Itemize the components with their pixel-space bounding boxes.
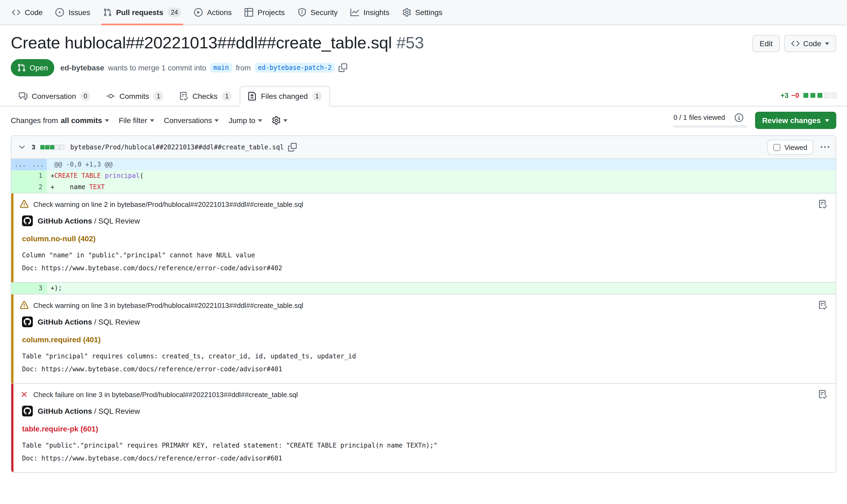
tab-conversation[interactable]: Conversation 0 <box>11 86 98 106</box>
file-header: 3 bytebase/Prod/hublocal##20221013##ddl#… <box>11 136 836 159</box>
nav-item-issues[interactable]: Issues <box>50 0 96 25</box>
review-changes-button[interactable]: Review changes <box>755 112 836 129</box>
code-icon <box>12 8 20 17</box>
tab-files-changed[interactable]: Files changed 1 <box>240 86 330 106</box>
jump-to-dropdown[interactable]: Jump to <box>229 116 263 125</box>
check-message: Table "principal" requires columns: crea… <box>22 352 827 362</box>
nav-label: Insights <box>364 8 390 17</box>
status-badge-label: Open <box>30 64 48 72</box>
chevron-down-icon <box>215 119 219 122</box>
nav-item-pull-requests[interactable]: Pull requests 24 <box>98 0 187 25</box>
expand-hunk-marker: ... <box>29 159 47 170</box>
chevron-down-icon <box>258 119 262 122</box>
check-annotation-warning-line-3: Check warning on line 3 in bytebase/Prod… <box>11 294 836 383</box>
annotation-header-text: Check warning on line 3 in bytebase/Prod… <box>33 301 303 309</box>
conversations-label: Conversations <box>164 116 212 125</box>
nav-item-projects[interactable]: Projects <box>239 0 290 25</box>
collapse-file-button[interactable] <box>17 142 28 152</box>
file-options-kebab-button[interactable] <box>818 142 831 152</box>
diff-settings-dropdown[interactable] <box>272 116 288 125</box>
github-pr-files-changed-page: Code Issues Pull requests 24 Actions Pro… <box>0 0 847 504</box>
pr-title-text: Create hublocal##20221013##ddl##create_t… <box>11 33 392 52</box>
check-message: Table "public"."principal" requires PRIM… <box>22 440 827 451</box>
diff-code: ); <box>54 283 836 294</box>
diffstat-block <box>40 145 44 149</box>
file-filter-dropdown[interactable]: File filter <box>119 116 154 125</box>
viewed-toggle-button[interactable]: Viewed <box>767 140 813 155</box>
view-check-run-button[interactable] <box>818 200 827 209</box>
conversations-dropdown[interactable]: Conversations <box>164 116 219 125</box>
annotation-header-text: Check failure on line 3 in bytebase/Prod… <box>33 390 298 398</box>
x-icon <box>20 390 29 399</box>
nav-item-code[interactable]: Code <box>6 0 48 25</box>
diff-line-3[interactable]: 3 + ); <box>11 282 836 294</box>
diffstat-block <box>45 145 49 149</box>
pr-header-actions: Edit Code <box>753 33 836 52</box>
diff-hunk-row: ... ... @@ -0,0 +1,3 @@ <box>11 159 836 170</box>
issue-opened-icon <box>56 8 64 17</box>
check-app-name[interactable]: GitHub Actions <box>38 217 92 225</box>
check-app-name[interactable]: GitHub Actions <box>38 318 92 326</box>
check-context: / SQL Review <box>94 318 140 326</box>
pr-number: #53 <box>396 33 424 52</box>
tab-commits[interactable]: Commits 1 <box>98 86 172 106</box>
nav-label: Projects <box>257 8 285 17</box>
triangle-down-icon <box>825 119 829 122</box>
nav-item-security[interactable]: Security <box>292 0 343 25</box>
check-rule-title: column.no-null (402) <box>22 234 827 243</box>
diffstat-block <box>59 145 64 149</box>
diffstat-block <box>831 93 836 98</box>
nav-item-settings[interactable]: Settings <box>397 0 448 25</box>
alert-triangle-icon <box>20 301 29 309</box>
view-check-run-button[interactable] <box>818 390 827 399</box>
file-path[interactable]: bytebase/Prod/hublocal##20221013##ddl##c… <box>70 143 284 151</box>
nav-label: Settings <box>415 8 442 17</box>
tab-label: Commits <box>119 92 149 101</box>
nav-label: Actions <box>207 8 232 17</box>
files-viewed-info-button[interactable] <box>735 113 743 122</box>
nav-label: Issues <box>69 8 90 17</box>
nav-item-insights[interactable]: Insights <box>345 0 395 25</box>
code-token: principal <box>105 172 140 179</box>
viewed-checkbox[interactable] <box>773 144 780 151</box>
base-branch-label[interactable]: main <box>210 63 232 73</box>
octocat-icon <box>24 407 31 415</box>
diff-code: CREATE TABLE principal( <box>54 170 836 182</box>
octocat-icon <box>24 318 31 326</box>
copy-branch-button[interactable] <box>339 64 347 72</box>
diff-toolbar: Changes from all commits File filter Con… <box>0 106 847 133</box>
check-annotation-failure-line-3: Check failure on line 3 in bytebase/Prod… <box>11 383 836 472</box>
octocat-icon <box>24 217 31 224</box>
git-pull-request-icon <box>103 8 112 17</box>
diff-line-1[interactable]: 1 + CREATE TABLE principal( <box>11 170 836 182</box>
check-app-name[interactable]: GitHub Actions <box>38 407 92 415</box>
deletions-count: −0 <box>791 91 799 100</box>
chevron-down-icon <box>150 119 154 122</box>
code-token: ( <box>140 172 144 179</box>
edit-button[interactable]: Edit <box>753 35 779 52</box>
nav-item-actions[interactable]: Actions <box>188 0 237 25</box>
repo-nav: Code Issues Pull requests 24 Actions Pro… <box>0 0 847 25</box>
code-token: name <box>54 183 89 191</box>
head-branch-label[interactable]: ed-bytebase-patch-2 <box>254 63 335 73</box>
code-button[interactable]: Code <box>784 35 836 52</box>
diff-sign: + <box>47 170 54 182</box>
annotation-header-text: Check warning on line 2 in bytebase/Prod… <box>33 200 303 208</box>
old-line-number <box>11 170 29 182</box>
new-line-number[interactable]: 3 <box>29 283 47 294</box>
pr-author[interactable]: ed-bytebase <box>60 64 104 72</box>
tab-count-badge: 1 <box>222 91 232 101</box>
new-line-number[interactable]: 1 <box>29 170 47 182</box>
diff-line-2[interactable]: 2 + name TEXT <box>11 182 836 193</box>
new-line-number[interactable]: 2 <box>29 182 47 193</box>
github-actions-avatar <box>22 406 33 416</box>
tab-checks[interactable]: Checks 1 <box>172 86 240 106</box>
diff-sign: + <box>47 283 54 294</box>
copy-file-path-button[interactable] <box>288 143 297 151</box>
code-icon <box>791 39 799 48</box>
check-rule-title: column.required (401) <box>22 335 827 344</box>
diffstat-summary: +3 −0 <box>781 91 836 106</box>
changes-from-dropdown[interactable]: Changes from all commits <box>11 116 109 125</box>
view-check-run-button[interactable] <box>818 301 827 309</box>
file-changed-lines-count: 3 <box>32 143 35 151</box>
